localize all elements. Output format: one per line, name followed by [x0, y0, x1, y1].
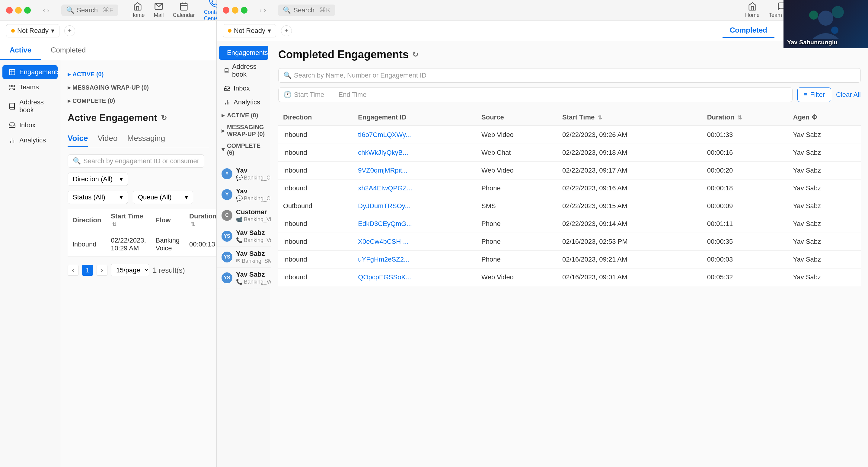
queue-filter[interactable]: Queue (All) ▾ — [133, 191, 193, 204]
tab-active[interactable]: Active — [0, 41, 41, 60]
right-status-bar: Not Ready ▾ + Completed — [217, 21, 868, 41]
complete-item-3[interactable]: YS Yav Sabz 📞 Banking_Voice — [217, 226, 271, 247]
completed-table-row[interactable]: Inbound chkWkJIyQkyB... Web Chat 02/22/2… — [278, 144, 861, 162]
sidebar-item-analytics[interactable]: Analytics — [2, 133, 58, 147]
time-range-filter[interactable]: 🕐 Start Time - End Time — [278, 88, 793, 102]
complete-item-2[interactable]: C Customer 📹 Banking_Video — [217, 205, 271, 226]
sub-tab-voice[interactable]: Voice — [68, 131, 88, 147]
right-main: Engagements Address book Inbox Analytics… — [217, 41, 868, 467]
completed-cell-engagement-id-1[interactable]: chkWkJIyQkyB... — [353, 144, 476, 162]
completed-search-box[interactable]: 🔍 Search by Name, Number or Engagement I… — [278, 68, 861, 83]
svg-rect-1 — [181, 3, 187, 10]
next-page-button[interactable]: › — [97, 265, 107, 276]
messaging-wrapup-section-header[interactable]: ▸ MESSAGING WRAP-UP (0) — [68, 81, 209, 94]
completed-cell-duration-0: 00:01:33 — [702, 126, 788, 144]
completed-cell-engagement-id-5[interactable]: EdkD3CEyQmG... — [353, 215, 476, 233]
complete-item-1[interactable]: Y Yav 💬 Banking_Chat — [217, 184, 271, 205]
completed-cell-source-1: Web Chat — [476, 144, 557, 162]
active-section-header[interactable]: ▸ ACTIVE (0) — [68, 68, 209, 81]
completed-table-row[interactable]: Inbound uYFgHm2eSZ2... Phone 02/16/2023,… — [278, 251, 861, 268]
clear-all-button[interactable]: Clear All — [836, 91, 861, 99]
back-arrow-icon[interactable]: ‹ — [43, 7, 45, 13]
right-sidebar-engagements-label: Engagements — [227, 49, 268, 57]
completed-cell-engagement-id-3[interactable]: xh2A4EIwQPGZ... — [353, 179, 476, 197]
engagement-search-input[interactable]: 🔍 Search by engagement ID or consumer — [68, 155, 204, 168]
completed-cell-engagement-id-0[interactable]: tI6o7CmLQXWy... — [353, 126, 476, 144]
maximize-button[interactable] — [24, 7, 31, 13]
complete-item-5[interactable]: YS Yav Sabz 📞 Banking_Voice — [217, 268, 271, 289]
table-row[interactable]: Inbound 02/22/2023, 10:29 AM Banking Voi… — [68, 232, 216, 257]
sub-tab-video[interactable]: Video — [97, 131, 117, 147]
right-messaging-wrapup-header[interactable]: ▸ MESSAGING WRAP-UP (0) — [217, 121, 271, 140]
col-start-time[interactable]: Start Time ⇅ — [106, 209, 151, 232]
completed-col-start-time[interactable]: Start Time ⇅ — [557, 109, 702, 126]
right-status-button[interactable]: Not Ready ▾ — [223, 24, 276, 37]
right-add-button[interactable]: + — [281, 25, 292, 36]
right-refresh-icon[interactable]: ↻ — [412, 51, 418, 59]
completed-cell-direction-5: Inbound — [278, 215, 353, 233]
completed-cell-engagement-id-6[interactable]: X0eCw4bCSH-... — [353, 233, 476, 251]
complete-item-4[interactable]: YS Yav Sabz ✉ Banking_SMS — [217, 247, 271, 268]
right-search-label: Search — [293, 6, 314, 14]
complete-section-header[interactable]: ▸ COMPLETE (0) — [68, 94, 209, 107]
filter-button[interactable]: ≡ Filter — [797, 88, 831, 102]
sidebar-item-inbox[interactable]: Inbox — [2, 118, 58, 132]
status-filter[interactable]: Status (All) ▾ — [68, 191, 128, 204]
nav-home[interactable]: Home — [130, 2, 145, 19]
prev-page-button[interactable]: ‹ — [68, 265, 79, 276]
completed-col-duration[interactable]: Duration ⇅ — [702, 109, 788, 126]
complete-items-list: Y Yav 💬 Banking_Chat Y Yav 💬 — [217, 159, 271, 293]
right-sidebar-address-book[interactable]: Address book — [219, 60, 268, 81]
sub-tab-messaging[interactable]: Messaging — [127, 131, 165, 147]
completed-table-row[interactable]: Inbound QOpcpEGSSoK... Web Video 02/16/2… — [278, 268, 861, 286]
completed-table-row[interactable]: Inbound 9VZ0qmjMRpit... Web Video 02/22/… — [278, 162, 861, 179]
right-complete-section-header[interactable]: ▾ COMPLETE (6) — [217, 140, 271, 159]
right-maximize-button[interactable] — [241, 7, 247, 13]
forward-arrow-icon[interactable]: › — [48, 7, 50, 13]
right-sidebar-inbox[interactable]: Inbox — [219, 81, 268, 95]
completed-table-row[interactable]: Inbound X0eCw4bCSH-... Phone 02/16/2023,… — [278, 233, 861, 251]
right-tab-completed[interactable]: Completed — [722, 24, 774, 38]
completed-table-row[interactable]: Outbound DyJDumTRSOy... SMS 02/22/2023, … — [278, 197, 861, 215]
right-sidebar-analytics[interactable]: Analytics — [219, 95, 268, 109]
right-sidebar-engagements[interactable]: Engagements — [219, 46, 268, 60]
add-engagement-button[interactable]: + — [64, 25, 75, 36]
completed-cell-direction-1: Inbound — [278, 144, 353, 162]
completed-table-row[interactable]: Inbound tI6o7CmLQXWy... Web Video 02/22/… — [278, 126, 861, 144]
result-count: 1 result(s) — [153, 266, 185, 274]
completed-cell-engagement-id-7[interactable]: uYFgHm2eSZ2... — [353, 251, 476, 268]
right-nav-home[interactable]: Home — [745, 2, 760, 19]
page-1-button[interactable]: 1 — [82, 265, 93, 276]
sidebar-item-address-book[interactable]: Address book — [2, 95, 58, 117]
right-topbar: ‹ › 🔍 Search ⌘K Home Team Chat Contact C… — [217, 0, 868, 21]
nav-mail[interactable]: Mail — [154, 2, 164, 19]
completed-cell-engagement-id-2[interactable]: 9VZ0qmjMRpit... — [353, 162, 476, 179]
search-bar[interactable]: 🔍 Search ⌘F — [61, 4, 118, 16]
completed-cell-agent-2: Yav Sabz — [788, 162, 861, 179]
right-nav-arrows: ‹ › — [259, 7, 266, 13]
col-duration[interactable]: Duration ⇅ — [184, 209, 216, 232]
completed-table-row[interactable]: Inbound EdkD3CEyQmG... Phone 02/22/2023,… — [278, 215, 861, 233]
right-back-arrow-icon[interactable]: ‹ — [259, 7, 262, 13]
completed-cell-engagement-id-8[interactable]: QOpcpEGSSoK... — [353, 268, 476, 286]
right-search-bar[interactable]: 🔍 Search ⌘K — [278, 4, 335, 16]
nav-calendar[interactable]: Calendar — [173, 2, 195, 19]
right-active-section-header[interactable]: ▸ ACTIVE (0) — [217, 109, 271, 121]
sidebar-item-teams[interactable]: Teams — [2, 80, 58, 94]
tab-completed[interactable]: Completed — [41, 41, 95, 60]
per-page-select[interactable]: 15/page 30/page 50/page — [111, 264, 149, 276]
minimize-button[interactable] — [15, 7, 22, 13]
right-forward-arrow-icon[interactable]: › — [264, 7, 266, 13]
completed-table-row[interactable]: Inbound xh2A4EIwQPGZ... Phone 02/22/2023… — [278, 179, 861, 197]
right-minimize-button[interactable] — [232, 7, 239, 13]
complete-item-0[interactable]: Y Yav 💬 Banking_Chat — [217, 164, 271, 184]
close-button[interactable] — [6, 7, 13, 13]
sidebar-item-engagements[interactable]: Engagements — [2, 65, 58, 79]
sub-tab-bar: Voice Video Messaging — [68, 131, 209, 147]
completed-cell-engagement-id-4[interactable]: DyJDumTRSOy... — [353, 197, 476, 215]
right-close-button[interactable] — [223, 7, 229, 13]
direction-filter[interactable]: Direction (All) ▾ — [68, 173, 128, 186]
refresh-icon[interactable]: ↻ — [161, 114, 167, 122]
status-button[interactable]: Not Ready ▾ — [6, 24, 59, 37]
completed-col-agent[interactable]: Agen ⚙ — [788, 109, 861, 126]
